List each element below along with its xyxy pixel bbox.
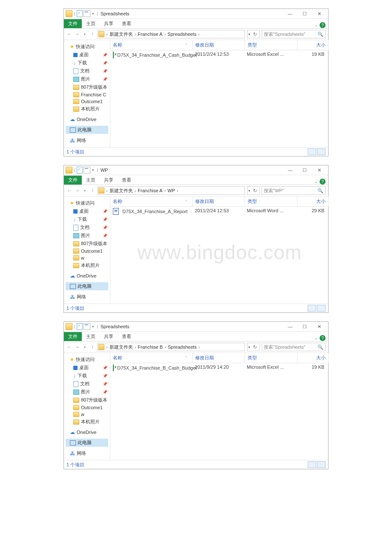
properties-icon[interactable] [77,167,83,173]
sidebar-item[interactable]: 本机照片 [66,261,108,269]
ribbon-tab[interactable]: 查看 [118,332,135,341]
sidebar-item[interactable]: 文档📌 [66,380,108,388]
sidebar-item[interactable]: ↓下载📌 [66,59,108,67]
address-dropdown-icon[interactable]: ▾ [248,32,250,36]
ribbon-tab[interactable]: 查看 [118,19,135,28]
column-header-type[interactable]: 类型 [245,40,297,50]
sidebar-item[interactable]: w [66,411,108,418]
maximize-button[interactable] [297,165,312,175]
column-header-type[interactable]: 类型 [245,197,297,206]
refresh-button[interactable]: ↻ [251,32,259,37]
sidebar-item-quick-access[interactable]: ★快速访问 [66,43,108,51]
up-button[interactable]: ↑ [89,188,95,194]
column-header-size[interactable]: 大小 [297,353,329,363]
sidebar-item[interactable]: Outcome1 [66,248,108,254]
column-header-name[interactable]: 名称˄ [110,40,193,50]
ribbon-tab[interactable]: 主页 [82,176,100,185]
ribbon-tab[interactable]: 共享 [100,332,118,341]
minimize-button[interactable] [283,9,297,18]
sidebar-item[interactable]: 807升级版本 [66,83,108,91]
search-input[interactable]: 搜索"WP"🔍 [262,186,326,195]
sidebar-item-onedrive[interactable]: ☁OneDrive [66,428,108,436]
breadcrumb-segment[interactable]: Franchise B [138,344,163,350]
sidebar-item[interactable]: 807升级版本 [66,240,108,248]
close-button[interactable] [312,165,326,175]
close-button[interactable] [312,9,326,18]
breadcrumb-segment[interactable]: WP [167,188,175,193]
ribbon-tab[interactable]: 查看 [118,176,135,185]
recent-dropdown-icon[interactable]: ▾ [82,189,88,193]
back-button[interactable]: ← [66,31,72,37]
new-folder-icon[interactable] [84,167,90,173]
refresh-button[interactable]: ↻ [251,188,259,194]
forward-button[interactable]: → [74,188,80,194]
sidebar-item-quick-access[interactable]: ★快速访问 [66,199,108,207]
address-dropdown-icon[interactable]: ▾ [248,189,250,193]
column-header-name[interactable]: 名称˄ [110,197,193,206]
sidebar-item-network[interactable]: 🖧网络 [66,293,108,301]
new-folder-icon[interactable] [84,323,90,330]
ribbon-tab-file[interactable]: 文件 [64,176,82,185]
details-view-button[interactable] [308,461,316,468]
file-row[interactable]: D75X_34_Franchise_A_Cash_Budget 2011/2/2… [110,50,329,60]
column-header-size[interactable]: 大小 [297,40,329,50]
address-bar[interactable]: ›新建文件夹›Franchise A›WP› [97,186,245,195]
column-header-date[interactable]: 修改日期 [193,353,245,363]
breadcrumb-segment[interactable]: Franchise A [138,32,162,37]
collapse-ribbon-icon[interactable]: ⌄ [314,179,318,184]
ribbon-tab[interactable]: 共享 [100,19,118,28]
column-header-date[interactable]: 修改日期 [193,40,245,50]
close-button[interactable] [312,322,326,331]
column-header-date[interactable]: 修改日期 [193,197,245,206]
ribbon-tab-file[interactable]: 文件 [64,19,82,28]
sidebar-item[interactable]: 本机照片 [66,105,108,113]
recent-dropdown-icon[interactable]: ▾ [82,32,88,36]
column-header-size[interactable]: 大小 [297,197,329,206]
sidebar-item[interactable]: 桌面📌 [66,207,108,215]
breadcrumb-segment[interactable]: Spreadsheets [167,32,196,37]
sidebar-item-onedrive[interactable]: ☁OneDrive [66,272,108,280]
ribbon-tab-file[interactable]: 文件 [64,332,82,341]
sidebar-item[interactable]: Franchise C [66,91,108,98]
sidebar-item[interactable]: 桌面📌 [66,364,108,372]
sidebar-item-this-pc[interactable]: 此电脑 [66,126,108,134]
new-folder-icon[interactable] [84,10,90,17]
sidebar-item[interactable]: 图片📌 [66,75,108,83]
sidebar-item[interactable]: 本机照片 [66,418,108,426]
up-button[interactable]: ↑ [89,31,95,37]
sidebar-item[interactable]: Outcome1 [66,98,108,105]
back-button[interactable]: ← [66,188,72,194]
breadcrumb-segment[interactable]: 新建文件夹 [110,31,133,38]
sidebar-item-this-pc[interactable]: 此电脑 [66,439,108,447]
qat-dropdown-icon[interactable]: ▾ [92,12,94,16]
breadcrumb-segment[interactable]: Franchise A [138,188,162,193]
help-icon[interactable]: ? [320,22,326,28]
search-input[interactable]: 搜索"Spreadsheets"🔍 [262,30,326,38]
collapse-ribbon-icon[interactable]: ⌄ [314,23,318,27]
up-button[interactable]: ↑ [89,344,95,350]
breadcrumb-segment[interactable]: 新建文件夹 [110,344,133,350]
sidebar-item[interactable]: 图片📌 [66,388,108,396]
search-input[interactable]: 搜索"Spreadsheets"🔍 [262,343,326,351]
recent-dropdown-icon[interactable]: ▾ [82,345,88,349]
sidebar-item-onedrive[interactable]: ☁OneDrive [66,116,108,123]
details-view-button[interactable] [308,305,316,312]
maximize-button[interactable] [297,322,312,331]
forward-button[interactable]: → [74,344,80,350]
qat-dropdown-icon[interactable]: ▾ [92,168,94,172]
file-row[interactable]: D75X_34_Franchise_B_Cash_Budget 2011/9/2… [110,363,329,373]
sidebar-item-network[interactable]: 🖧网络 [66,449,108,457]
sidebar-item[interactable]: 文档📌 [66,67,108,75]
sidebar-item[interactable]: ↓下载📌 [66,372,108,380]
minimize-button[interactable] [283,165,297,175]
qat-dropdown-icon[interactable]: ▾ [92,324,94,329]
sidebar-item-network[interactable]: 🖧网络 [66,136,108,145]
ribbon-tab[interactable]: 主页 [82,19,100,28]
sidebar-item[interactable]: 图片📌 [66,231,108,240]
large-icons-view-button[interactable] [317,461,326,468]
help-icon[interactable]: ? [320,179,326,185]
back-button[interactable]: ← [66,344,72,350]
properties-icon[interactable] [77,10,83,17]
maximize-button[interactable] [297,9,312,18]
sidebar-item-quick-access[interactable]: ★快速访问 [66,356,108,364]
